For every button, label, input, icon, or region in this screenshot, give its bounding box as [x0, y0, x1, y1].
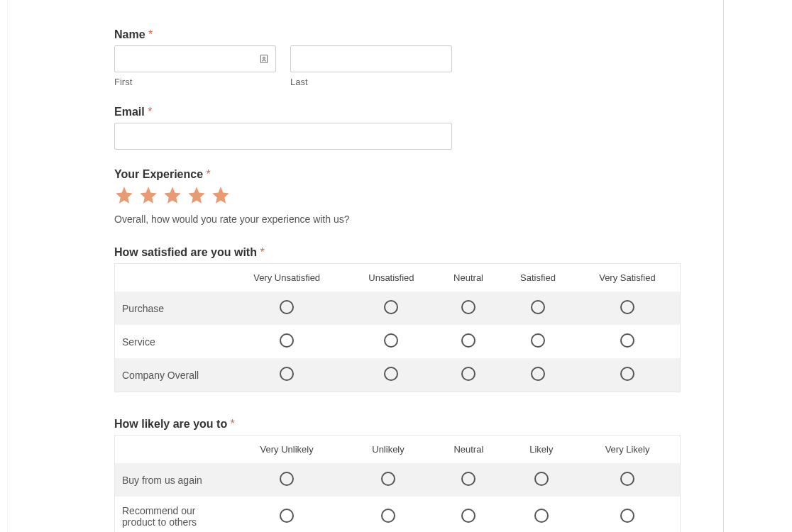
row-label: Recommend our product to others — [115, 497, 227, 532]
table-row: Recommend our product to others — [115, 497, 681, 532]
radio-option[interactable] — [620, 300, 634, 314]
email-input[interactable] — [114, 123, 452, 150]
star-icon[interactable] — [187, 185, 207, 205]
row-label: Service — [115, 325, 227, 358]
radio-option[interactable] — [534, 472, 549, 486]
radio-option[interactable] — [461, 300, 475, 314]
svg-point-1 — [263, 57, 265, 59]
radio-option[interactable] — [384, 333, 398, 348]
star-rating[interactable] — [114, 185, 688, 205]
experience-help: Overall, how would you rate your experie… — [114, 214, 688, 225]
radio-option[interactable] — [531, 300, 545, 314]
radio-option[interactable] — [531, 333, 545, 348]
radio-option[interactable] — [461, 472, 475, 486]
radio-option[interactable] — [534, 509, 549, 523]
col-header: Unlikely — [347, 436, 430, 464]
row-label: Buy from us again — [115, 463, 227, 497]
radio-option[interactable] — [461, 333, 475, 348]
star-icon[interactable] — [114, 185, 134, 205]
radio-option[interactable] — [280, 333, 294, 348]
star-icon[interactable] — [138, 185, 158, 205]
star-icon[interactable] — [163, 185, 182, 205]
radio-option[interactable] — [280, 300, 294, 314]
radio-option[interactable] — [461, 367, 475, 381]
row-label: Purchase — [115, 292, 227, 325]
col-header: Very Satisfied — [575, 264, 681, 292]
required-asterisk: * — [148, 28, 153, 40]
radio-option[interactable] — [620, 509, 634, 523]
row-label: Company Overall — [115, 358, 227, 392]
likelihood-label: How likely are you to * — [114, 418, 688, 431]
radio-option[interactable] — [461, 509, 475, 523]
required-asterisk: * — [148, 106, 152, 118]
first-name-sublabel: First — [114, 77, 276, 87]
radio-option[interactable] — [384, 300, 398, 314]
likelihood-table: Very Unlikely Unlikely Neutral Likely Ve… — [114, 435, 681, 532]
col-header: Neutral — [429, 436, 507, 464]
radio-option[interactable] — [384, 367, 398, 381]
email-label: Email * — [114, 106, 688, 118]
col-header: Very Unsatisfied — [227, 264, 347, 292]
last-name-sublabel: Last — [290, 77, 452, 87]
table-row: Buy from us again — [115, 463, 681, 497]
col-header: Unsatisfied — [347, 264, 436, 292]
col-header: Very Likely — [575, 436, 680, 464]
experience-label: Your Experience * — [114, 168, 688, 181]
radio-option[interactable] — [620, 333, 634, 348]
radio-option[interactable] — [381, 509, 395, 523]
radio-option[interactable] — [280, 367, 294, 381]
first-name-input[interactable] — [114, 45, 276, 72]
radio-option[interactable] — [620, 472, 634, 486]
col-header: Likely — [507, 436, 575, 464]
name-label: Name * — [114, 28, 688, 41]
col-header: Very Unlikely — [227, 436, 347, 464]
table-row: Company Overall — [115, 358, 681, 392]
radio-option[interactable] — [620, 367, 634, 381]
satisfaction-label: How satisfied are you with * — [114, 246, 688, 259]
radio-option[interactable] — [280, 509, 294, 523]
satisfaction-table: Very Unsatisfied Unsatisfied Neutral Sat… — [114, 263, 681, 392]
col-header: Neutral — [436, 264, 501, 292]
radio-option[interactable] — [280, 472, 294, 486]
required-asterisk: * — [207, 168, 211, 180]
col-header: Satisfied — [501, 264, 575, 292]
required-asterisk: * — [260, 246, 264, 258]
radio-option[interactable] — [381, 472, 395, 486]
table-row: Purchase — [115, 292, 681, 325]
radio-option[interactable] — [531, 367, 545, 381]
table-row: Service — [115, 325, 681, 358]
star-icon[interactable] — [211, 185, 231, 205]
required-asterisk: * — [231, 418, 235, 430]
last-name-input[interactable] — [290, 45, 452, 72]
contact-card-icon — [259, 53, 269, 65]
